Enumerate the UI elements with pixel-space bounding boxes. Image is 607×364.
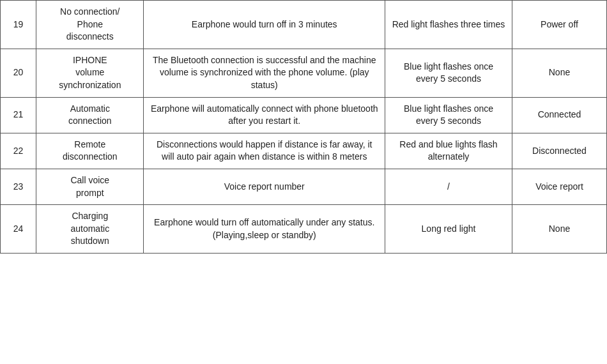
row-name: Remote disconnection	[36, 133, 144, 169]
row-status: Voice report	[512, 169, 606, 204]
row-indicator: Blue light flashes once every 5 seconds	[385, 49, 512, 97]
row-name: Charging automatic shutdown	[36, 205, 144, 254]
row-indicator: /	[385, 169, 512, 204]
row-status: Disconnected	[512, 133, 606, 169]
row-description: Disconnections would happen if distance …	[144, 133, 385, 169]
row-name: Call voice prompt	[36, 169, 144, 204]
row-number: 22	[1, 133, 36, 169]
row-name: IPHONE volume synchronization	[36, 49, 144, 97]
row-name: Automatic connection	[36, 97, 144, 133]
row-status: None	[512, 205, 606, 254]
row-description: Earphone would turn off in 3 minutes	[144, 1, 385, 49]
row-description: Earphone would turn off automatically un…	[144, 205, 385, 254]
row-name: No connection/ Phone disconnects	[36, 1, 144, 49]
row-number: 24	[1, 205, 36, 254]
row-status: Connected	[512, 97, 606, 133]
indicator-table: 19No connection/ Phone disconnectsEarpho…	[0, 0, 607, 254]
row-description: Earphone will automatically connect with…	[144, 97, 385, 133]
row-number: 21	[1, 97, 36, 133]
row-status: Power off	[512, 1, 606, 49]
row-indicator: Red and blue lights flash alternately	[385, 133, 512, 169]
row-indicator: Blue light flashes once every 5 seconds	[385, 97, 512, 133]
row-status: None	[512, 49, 606, 97]
row-number: 20	[1, 49, 36, 97]
row-indicator: Red light flashes three times	[385, 1, 512, 49]
row-description: Voice report number	[144, 169, 385, 204]
row-description: The Bluetooth connection is successful a…	[144, 49, 385, 97]
row-number: 19	[1, 1, 36, 49]
row-number: 23	[1, 169, 36, 204]
row-indicator: Long red light	[385, 205, 512, 254]
